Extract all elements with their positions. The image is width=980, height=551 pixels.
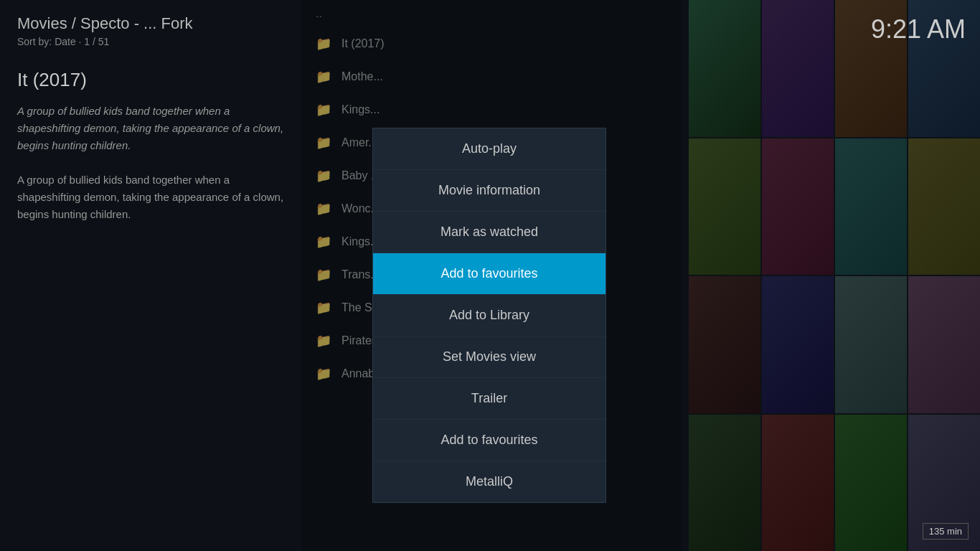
thumbnail[interactable] <box>835 138 907 276</box>
thumbnail[interactable] <box>689 415 760 552</box>
menu-item-movie-information[interactable]: Movie information <box>373 170 606 212</box>
movie-title: It (2017) <box>17 69 284 91</box>
thumbnail[interactable] <box>835 276 907 413</box>
menu-item-trailer[interactable]: Trailer <box>373 378 606 420</box>
movie-description-normal: A group of bullied kids band together wh… <box>17 171 284 223</box>
thumbnail[interactable] <box>835 415 907 552</box>
thumbnail[interactable] <box>762 415 834 552</box>
breadcrumb: Movies / Specto - ... Fork <box>17 14 284 33</box>
menu-item-mark-watched[interactable]: Mark as watched <box>373 212 606 253</box>
thumbnail[interactable] <box>689 0 760 137</box>
menu-item-add-to-library[interactable]: Add to Library <box>373 295 606 336</box>
menu-item-autoplay[interactable]: Auto-play <box>373 128 606 170</box>
context-menu: Auto-play Movie information Mark as watc… <box>372 128 606 503</box>
thumbnail[interactable] <box>762 0 834 137</box>
movie-description-italic: A group of bullied kids band together wh… <box>17 103 284 154</box>
thumbnail-grid <box>689 0 980 551</box>
thumbnail[interactable] <box>908 276 980 413</box>
menu-item-add-to-favourites-bottom[interactable]: Add to favourites <box>373 420 606 461</box>
menu-item-metalliq[interactable]: MetalliQ <box>373 461 606 502</box>
sort-info: Sort by: Date · 1 / 51 <box>17 36 284 47</box>
thumbnail[interactable] <box>689 276 760 413</box>
clock: 9:21 AM <box>871 14 966 44</box>
thumbnail[interactable] <box>762 138 834 276</box>
thumbnail[interactable] <box>689 138 760 276</box>
thumbnail[interactable] <box>762 276 834 413</box>
menu-item-add-to-favourites-top[interactable]: Add to favourites <box>373 253 606 295</box>
menu-item-set-movies-view[interactable]: Set Movies view <box>373 336 606 378</box>
left-panel: Movies / Specto - ... Fork Sort by: Date… <box>0 0 301 551</box>
duration-badge: 135 min <box>923 523 969 540</box>
thumbnail[interactable] <box>908 138 980 276</box>
